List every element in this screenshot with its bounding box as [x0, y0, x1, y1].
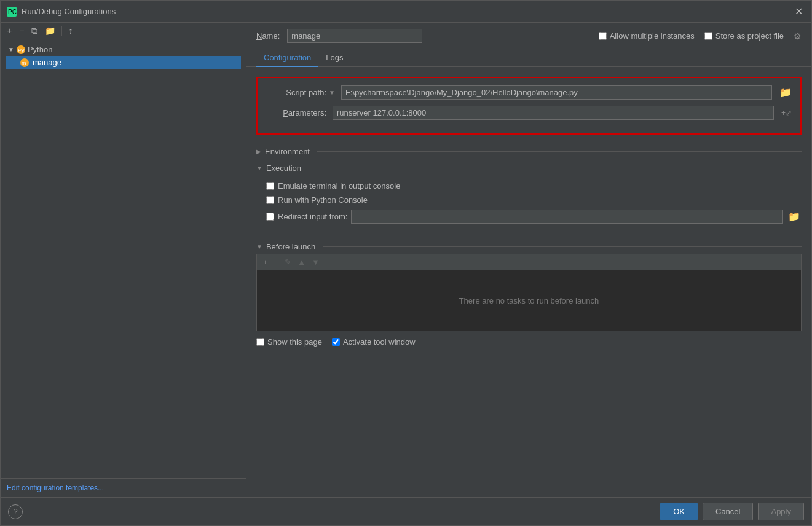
script-params-box: Script path: ▼ 📁 Parameters: +⤢ — [256, 77, 802, 135]
add-config-button[interactable]: + — [4, 25, 14, 36]
before-launch-add-button[interactable]: + — [261, 256, 270, 268]
close-button[interactable]: ✕ — [792, 4, 805, 18]
parameters-row: Parameters: +⤢ — [265, 106, 793, 120]
execution-section-line — [309, 168, 802, 168]
execution-section-body: Emulate terminal in output console Run w… — [256, 175, 802, 230]
parameters-input[interactable] — [333, 106, 774, 120]
script-path-row: Script path: ▼ 📁 — [265, 85, 793, 100]
execution-section-title: Execution — [266, 163, 301, 173]
tab-configuration[interactable]: Configuration — [256, 49, 318, 67]
show-page-checkbox[interactable] — [256, 338, 264, 346]
left-toolbar: + − ⧉ 📁 ↕ — [1, 23, 246, 39]
python-group: ▼ Py Python m mana — [1, 42, 246, 70]
name-label: Name: — [256, 31, 280, 41]
footer: ? OK Cancel Apply — [1, 497, 811, 525]
tabs-bar: Configuration Logs — [246, 49, 811, 67]
activate-tool-window-text: Activate tool window — [343, 337, 416, 347]
environment-section-line — [317, 151, 802, 152]
svg-text:PC: PC — [8, 9, 17, 15]
script-path-label-group: Script path: ▼ — [265, 88, 335, 97]
run-debug-dialog: PC Run/Debug Configurations ✕ + − ⧉ 📁 ↕ … — [0, 0, 812, 526]
before-launch-section-header[interactable]: ▼ Before launch — [256, 237, 802, 254]
show-page-text: Show this page — [267, 337, 322, 347]
redirect-input-row: Redirect input from: 📁 — [266, 207, 802, 226]
svg-text:Py: Py — [18, 47, 25, 53]
bottom-checkboxes: Show this page Activate tool window — [256, 331, 802, 353]
before-launch-section-title: Before launch — [266, 242, 315, 251]
ok-button[interactable]: OK — [660, 503, 698, 520]
before-launch-section: ▼ Before launch + − ✎ ▲ ▼ There are no t… — [256, 237, 802, 331]
main-content: + − ⧉ 📁 ↕ ▼ Py Python — [1, 23, 811, 497]
script-path-input[interactable] — [341, 85, 772, 100]
before-launch-toolbar: + − ✎ ▲ ▼ — [256, 254, 802, 270]
run-python-console-label: Run with Python Console — [278, 195, 368, 205]
before-launch-edit-button[interactable]: ✎ — [282, 256, 294, 268]
script-path-dropdown-icon[interactable]: ▼ — [329, 89, 335, 96]
edit-templates-link[interactable]: Edit configuration templates... — [1, 478, 246, 497]
tab-logs[interactable]: Logs — [318, 49, 350, 67]
redirect-input-checkbox[interactable] — [266, 213, 274, 221]
footer-buttons: OK Cancel Apply — [660, 503, 804, 520]
environment-arrow-icon: ▶ — [256, 148, 261, 155]
environment-section-title: Environment — [265, 147, 310, 156]
execution-section-header[interactable]: ▼ Execution — [256, 159, 802, 175]
parameters-expand-button[interactable]: +⤢ — [780, 108, 793, 119]
python-group-header[interactable]: ▼ Py Python — [6, 43, 241, 56]
toolbar-separator — [61, 26, 62, 36]
settings-gear-icon[interactable]: ⚙ — [794, 31, 802, 41]
manage-icon: m — [20, 58, 29, 67]
python-group-arrow: ▼ — [8, 46, 14, 53]
emulate-terminal-row: Emulate terminal in output console — [266, 179, 802, 193]
apply-button[interactable]: Apply — [758, 503, 804, 520]
before-launch-section-line — [323, 246, 802, 247]
python-icon: Py — [17, 45, 25, 54]
svg-text:m: m — [22, 60, 26, 66]
left-panel: + − ⧉ 📁 ↕ ▼ Py Python — [1, 23, 246, 497]
redirect-input-label: Redirect input from: — [278, 212, 347, 221]
emulate-terminal-label: Emulate terminal in output console — [278, 181, 400, 190]
emulate-terminal-checkbox[interactable] — [266, 182, 274, 190]
name-row: Name: Allow multiple instances Store as … — [246, 23, 811, 49]
allow-multiple-label: Allow multiple instances — [599, 31, 695, 41]
before-launch-remove-button[interactable]: − — [272, 256, 282, 268]
title-bar-left: PC Run/Debug Configurations — [7, 7, 116, 17]
run-python-console-row: Run with Python Console — [266, 193, 802, 207]
before-launch-down-button[interactable]: ▼ — [309, 256, 322, 268]
title-bar: PC Run/Debug Configurations ✕ — [1, 1, 811, 23]
config-tree: ▼ Py Python m mana — [1, 39, 246, 478]
activate-tool-window-label: Activate tool window — [332, 337, 416, 347]
script-path-folder-button[interactable]: 📁 — [778, 85, 793, 100]
store-as-project-label: Store as project file — [704, 31, 784, 41]
help-button[interactable]: ? — [8, 504, 23, 519]
redirect-input-field[interactable] — [351, 210, 783, 224]
right-panel: Name: Allow multiple instances Store as … — [246, 23, 811, 497]
python-group-label: Python — [28, 45, 52, 54]
run-python-console-checkbox[interactable] — [266, 196, 274, 204]
script-path-label: Script path: — [265, 88, 326, 97]
folder-config-button[interactable]: 📁 — [42, 25, 58, 36]
before-launch-list: There are no tasks to run before launch — [256, 270, 802, 331]
activate-tool-window-checkbox[interactable] — [332, 338, 340, 346]
sort-config-button[interactable]: ↕ — [66, 25, 75, 36]
environment-section-header[interactable]: ▶ Environment — [256, 142, 802, 159]
before-launch-up-button[interactable]: ▲ — [295, 256, 308, 268]
before-launch-arrow-icon: ▼ — [256, 243, 262, 250]
name-input[interactable] — [287, 29, 422, 43]
cancel-button[interactable]: Cancel — [703, 503, 753, 520]
manage-item-label: manage — [33, 58, 61, 67]
copy-config-button[interactable]: ⧉ — [29, 25, 40, 36]
parameters-label: Parameters: — [265, 108, 326, 117]
header-checkboxes: Allow multiple instances Store as projec… — [599, 31, 802, 41]
allow-multiple-checkbox[interactable] — [599, 32, 607, 40]
show-page-label: Show this page — [256, 337, 322, 347]
store-as-project-checkbox[interactable] — [704, 32, 712, 40]
dialog-title: Run/Debug Configurations — [22, 7, 116, 16]
remove-config-button[interactable]: − — [17, 25, 26, 36]
config-area: Script path: ▼ 📁 Parameters: +⤢ — [246, 67, 811, 497]
manage-config-item[interactable]: m manage — [6, 56, 241, 69]
redirect-folder-button[interactable]: 📁 — [787, 210, 802, 224]
before-launch-empty-message: There are no tasks to run before launch — [459, 296, 599, 305]
execution-arrow-icon: ▼ — [256, 165, 262, 171]
allow-multiple-text: Allow multiple instances — [610, 31, 695, 41]
pycharm-icon: PC — [7, 7, 17, 17]
